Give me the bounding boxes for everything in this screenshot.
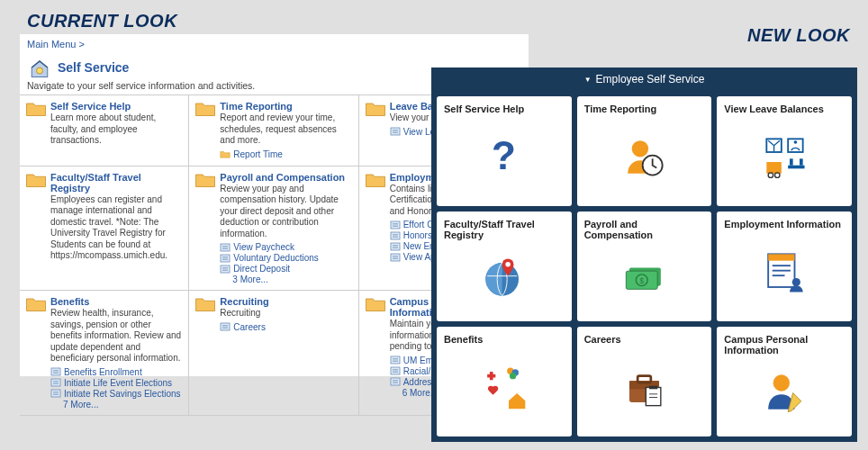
new-header-label: Employee Self Service (596, 73, 705, 86)
cell-title[interactable]: Payroll and Compensation (220, 172, 352, 183)
svg-rect-93 (649, 385, 657, 389)
cell-desc: Learn more about student, faculty, and e… (50, 112, 183, 147)
cell-link-label: Careers (233, 322, 266, 332)
doc-icon (390, 253, 401, 262)
svg-rect-92 (646, 387, 661, 405)
tile-icon (444, 345, 565, 429)
doc-icon (390, 231, 401, 240)
more-link[interactable]: 7 More... (63, 400, 183, 410)
tile-icon (584, 114, 705, 199)
cell-desc: Employees can register and manage intern… (50, 194, 183, 262)
svg-rect-85 (490, 372, 493, 380)
tile-icon: ? (444, 114, 565, 199)
tile[interactable]: Benefits (437, 327, 572, 436)
cell-desc: Recruiting (220, 308, 352, 320)
svg-text:$: $ (639, 276, 644, 284)
svg-text:?: ? (492, 133, 516, 177)
folder-icon (194, 172, 216, 190)
tile[interactable]: Employment Information (717, 212, 852, 321)
tile-title: Careers (584, 334, 705, 345)
cell-desc: Review health, insurance, savings, pensi… (50, 308, 183, 364)
tile[interactable]: Payroll and Compensation$ (577, 212, 712, 321)
folder-icon (365, 296, 386, 314)
tile-title: Faculty/Staff Travel Registry (444, 219, 565, 240)
tile[interactable]: Careers (577, 327, 712, 436)
folder-icon (25, 101, 47, 119)
cell-link-label: Voluntary Deductions (233, 253, 319, 263)
doc-icon (50, 367, 61, 376)
tile[interactable]: Faculty/Staff Travel Registry (437, 212, 572, 321)
tile-title: Employment Information (724, 219, 845, 230)
cell-link-label: Report Time (233, 149, 282, 159)
folder-icon (25, 172, 47, 190)
folder-icon (365, 101, 386, 119)
old-cell: Payroll and CompensationReview your pay … (189, 166, 358, 292)
cell-title[interactable]: Faculty/Staff Travel Registry (50, 172, 183, 194)
old-cell: RecruitingRecruitingCareers (189, 291, 358, 416)
tile[interactable]: Campus Personal Information (717, 327, 852, 436)
folder-small-icon (220, 149, 231, 158)
tile-title: View Leave Balances (724, 104, 845, 114)
cell-desc: Review your pay and compensation history… (220, 184, 352, 240)
tile[interactable]: Self Service Help? (437, 96, 572, 206)
cell-link-label: Initiate Life Event Elections (64, 378, 172, 388)
doc-icon (220, 254, 231, 263)
cell-title[interactable]: Benefits (50, 296, 183, 307)
folder-icon (194, 101, 216, 119)
tile[interactable]: Time Reporting (577, 96, 712, 206)
cell-title[interactable]: Time Reporting (220, 101, 352, 112)
cell-link[interactable]: View Paycheck (220, 242, 352, 252)
svg-rect-79 (768, 254, 794, 260)
folder-icon (365, 172, 386, 190)
tile-icon (584, 345, 705, 429)
doc-icon (390, 366, 401, 375)
tile-icon (444, 240, 565, 314)
old-cell: Time ReportingReport and review your tim… (189, 95, 358, 166)
cell-link[interactable]: Initiate Life Event Elections (50, 378, 183, 388)
cell-title[interactable]: Self Service Help (50, 101, 183, 112)
doc-icon (220, 322, 231, 331)
svg-point-88 (510, 373, 516, 379)
cell-link[interactable]: Direct Deposit (220, 264, 352, 274)
cell-link[interactable]: Benefits Enrollment (50, 367, 183, 377)
breadcrumb[interactable]: Main Menu > (20, 34, 529, 54)
cell-link-label: Direct Deposit (233, 264, 290, 274)
doc-icon (220, 243, 231, 252)
cell-link-label: Initiate Ret Savings Elections (64, 389, 181, 399)
cell-title[interactable]: Recruiting (220, 296, 352, 307)
tile-icon (724, 230, 845, 314)
cell-link[interactable]: Initiate Ret Savings Elections (50, 389, 183, 399)
doc-icon (390, 356, 401, 364)
more-link[interactable]: 3 More... (232, 274, 352, 284)
tile-title: Self Service Help (444, 104, 565, 114)
new-panel: ▼ Employee Self Service Self Service Hel… (431, 68, 857, 442)
doc-icon (390, 220, 401, 230)
cell-link[interactable]: Voluntary Deductions (220, 253, 352, 263)
new-look-label: NEW LOOK (747, 25, 850, 46)
svg-rect-91 (637, 375, 651, 382)
svg-rect-71 (800, 158, 803, 165)
cell-link[interactable]: Careers (220, 322, 352, 332)
svg-point-66 (793, 140, 797, 144)
doc-icon (390, 242, 401, 251)
doc-icon (220, 265, 231, 274)
tile-title: Payroll and Compensation (584, 219, 705, 240)
new-header[interactable]: ▼ Employee Self Service (431, 68, 857, 91)
cell-link-label: Benefits Enrollment (64, 367, 142, 377)
cell-desc: Report and review your time, schedules, … (220, 112, 352, 147)
cell-link[interactable]: Report Time (220, 149, 352, 159)
svg-point-62 (632, 140, 648, 157)
doc-icon (390, 377, 401, 386)
tile-icon (724, 356, 845, 429)
svg-point-96 (773, 374, 789, 391)
old-cell: Faculty/Staff Travel RegistryEmployees c… (20, 166, 189, 292)
folder-icon (25, 296, 47, 314)
old-cell: Self Service HelpLearn more about studen… (20, 95, 189, 166)
doc-icon (50, 378, 61, 387)
tile-title: Time Reporting (584, 104, 705, 114)
page-title: Self Service (58, 60, 129, 75)
self-service-icon (27, 56, 52, 79)
tile[interactable]: View Leave Balances (717, 96, 852, 206)
svg-rect-70 (790, 158, 793, 165)
svg-point-83 (791, 277, 800, 285)
